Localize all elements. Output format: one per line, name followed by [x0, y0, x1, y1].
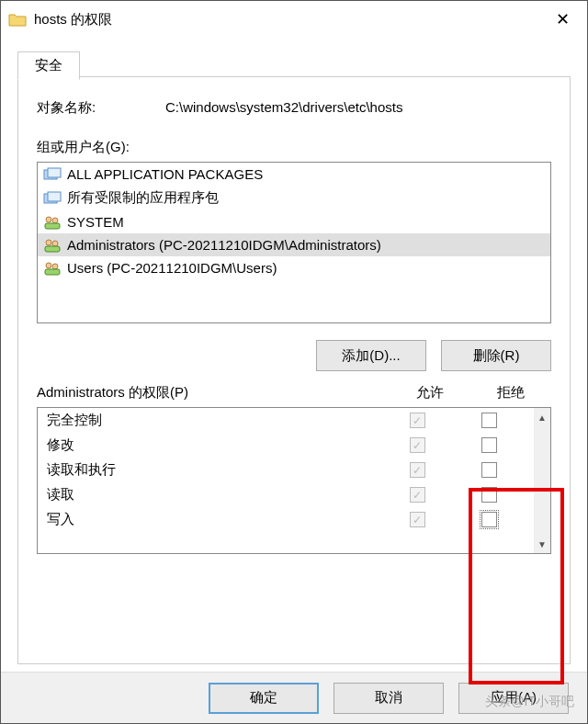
scrollbar[interactable]: ▲ ▼: [534, 408, 550, 553]
permission-name: 读取: [47, 486, 381, 503]
permission-row: 读取: [38, 482, 534, 507]
folder-icon: [8, 12, 27, 27]
scroll-track[interactable]: [534, 426, 550, 535]
list-item-label: SYSTEM: [67, 214, 124, 230]
dialog-window: hosts 的权限 ✕ 安全 对象名称: C:\windows\system32…: [0, 0, 588, 724]
permissions-for-label: Administrators 的权限(P): [37, 384, 390, 402]
allow-checkbox[interactable]: [410, 487, 425, 503]
remove-button[interactable]: 删除(R): [441, 340, 551, 371]
svg-point-4: [46, 217, 51, 222]
permission-name: 完全控制: [47, 412, 381, 429]
svg-rect-12: [45, 269, 60, 275]
permissions-list: 完全控制 修改 读取和执行 读取: [37, 407, 551, 554]
groups-label: 组或用户名(G):: [37, 139, 551, 156]
scroll-up-icon[interactable]: ▲: [534, 408, 550, 426]
group-buttons: 添加(D)... 删除(R): [37, 340, 551, 371]
allow-checkbox[interactable]: [410, 462, 425, 478]
permission-name: 修改: [47, 436, 381, 454]
list-item[interactable]: Users (PC-20211210IDGM\Users): [38, 256, 550, 279]
tab-security[interactable]: 安全: [17, 51, 80, 80]
list-item-label: Administrators (PC-20211210IDGM\Administ…: [67, 237, 381, 253]
tab-panel: 安全 对象名称: C:\windows\system32\drivers\etc…: [17, 76, 571, 664]
deny-header: 拒绝: [470, 384, 551, 402]
object-name-row: 对象名称: C:\windows\system32\drivers\etc\ho…: [37, 99, 551, 117]
allow-header: 允许: [390, 384, 470, 402]
allow-checkbox[interactable]: [410, 437, 425, 453]
cancel-button[interactable]: 取消: [334, 683, 444, 714]
users-icon: [43, 215, 62, 230]
permissions-header: Administrators 的权限(P) 允许 拒绝: [37, 384, 551, 402]
package-icon: [43, 191, 62, 206]
svg-point-8: [52, 241, 58, 246]
list-item-label: ALL APPLICATION PACKAGES: [67, 166, 263, 182]
deny-checkbox[interactable]: [481, 413, 497, 428]
object-name-label: 对象名称:: [37, 99, 165, 117]
permission-row: 修改: [38, 433, 534, 458]
list-item[interactable]: ALL APPLICATION PACKAGES: [38, 163, 550, 186]
svg-point-11: [52, 264, 58, 269]
svg-point-10: [46, 263, 51, 268]
svg-point-7: [46, 240, 51, 245]
svg-rect-6: [45, 223, 60, 229]
list-item[interactable]: SYSTEM: [38, 210, 550, 233]
ok-button[interactable]: 确定: [209, 683, 319, 714]
list-item[interactable]: 所有受限制的应用程序包: [38, 186, 550, 210]
package-icon: [43, 167, 62, 182]
close-button[interactable]: ✕: [541, 5, 583, 34]
scroll-down-icon[interactable]: ▼: [534, 535, 550, 553]
list-item[interactable]: Administrators (PC-20211210IDGM\Administ…: [38, 233, 550, 256]
permission-name: 读取和执行: [47, 461, 381, 479]
allow-checkbox[interactable]: [410, 512, 425, 527]
content-area: 安全 对象名称: C:\windows\system32\drivers\etc…: [1, 38, 587, 672]
svg-point-5: [52, 218, 58, 223]
titlebar: hosts 的权限 ✕: [1, 1, 587, 38]
list-item-label: 所有受限制的应用程序包: [67, 189, 219, 207]
users-icon: [43, 261, 62, 276]
users-icon: [43, 238, 62, 253]
svg-rect-9: [45, 246, 60, 252]
allow-checkbox[interactable]: [410, 413, 425, 428]
permission-name: 写入: [47, 511, 381, 528]
permission-row: 完全控制: [38, 408, 534, 433]
deny-checkbox[interactable]: [481, 462, 497, 478]
list-item-label: Users (PC-20211210IDGM\Users): [67, 260, 277, 276]
deny-checkbox[interactable]: [481, 487, 497, 503]
deny-checkbox[interactable]: [481, 512, 497, 527]
add-button[interactable]: 添加(D)...: [316, 340, 426, 371]
deny-checkbox[interactable]: [481, 437, 497, 453]
svg-rect-1: [48, 168, 61, 177]
permission-row: 读取和执行: [38, 458, 534, 482]
object-name-value: C:\windows\system32\drivers\etc\hosts: [165, 99, 402, 117]
svg-rect-3: [48, 192, 61, 201]
permission-row: 写入: [38, 507, 534, 532]
groups-listbox[interactable]: ALL APPLICATION PACKAGES 所有受限制的应用程序包 SYS…: [37, 162, 551, 323]
window-title: hosts 的权限: [34, 11, 541, 28]
watermark: 头条@IT小哥吧: [485, 694, 574, 710]
